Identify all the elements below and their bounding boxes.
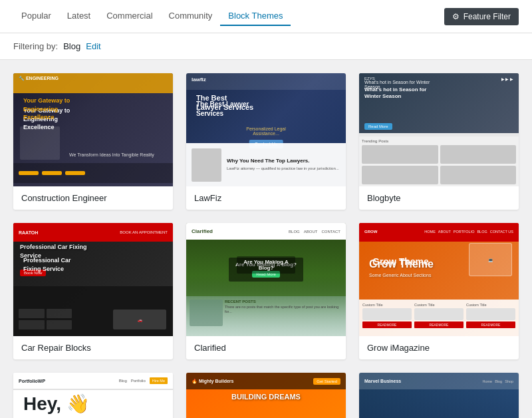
theme-card-mighty-builders[interactable]: 🔥 Mighty Builders Get Started BUILDING D… [186, 373, 346, 418]
tab-popular[interactable]: Popular [13, 7, 59, 26]
theme-card-clarified[interactable]: Clarified BLOG ABOUT CONTACT Are You Mak… [186, 223, 346, 359]
theme-card-blogbyte[interactable]: EZYS ▶ ▶ ▶ What's hot in Season for Wint… [359, 73, 519, 210]
theme-card-construction-engineer[interactable]: 🔧 ENGINEERING Your Gateway to Engineerin… [13, 73, 173, 210]
theme-name-blogbyte: Blogbyte [359, 186, 519, 210]
nav-tabs: Popular Latest Commercial Community Bloc… [13, 7, 291, 26]
thumb-clarified: Clarified BLOG ABOUT CONTACT Are You Mak… [186, 223, 346, 336]
theme-thumbnail-grow: GROW HOME ABOUT PORTFOLIO BLOG CONTACT U… [359, 223, 519, 336]
theme-thumbnail-blogbyte: EZYS ▶ ▶ ▶ What's hot in Season for Wint… [359, 73, 519, 186]
theme-name-grow: Grow iMagazine [359, 336, 519, 359]
page-wrapper: Popular Latest Commercial Community Bloc… [0, 0, 532, 418]
thumb-construction: 🔧 ENGINEERING Your Gateway to Engineerin… [13, 73, 173, 186]
thumb-portfolio: PortfolioWP Blog Portfolio Hire Me Hey, … [13, 373, 173, 418]
thumb-mighty: 🔥 Mighty Builders Get Started BUILDING D… [186, 373, 346, 418]
tab-block-themes[interactable]: Block Themes [220, 7, 291, 26]
theme-thumbnail-carrepair: RAATOH BOOK AN APPOINTMENT Professional … [13, 223, 173, 336]
theme-thumbnail-mighty: 🔥 Mighty Builders Get Started BUILDING D… [186, 373, 346, 418]
thumb-grow: GROW HOME ABOUT PORTFOLIO BLOG CONTACT U… [359, 223, 519, 336]
tab-commercial[interactable]: Commercial [98, 7, 160, 26]
theme-card-grow-imagazine[interactable]: GROW HOME ABOUT PORTFOLIO BLOG CONTACT U… [359, 223, 519, 359]
themes-grid: 🔧 ENGINEERING Your Gateway to Engineerin… [0, 60, 532, 418]
filter-tag: Blog [63, 41, 80, 51]
theme-card-lawfiz[interactable]: lawfiz The BestLawyer Services Personali… [186, 73, 346, 210]
tab-community[interactable]: Community [161, 7, 221, 26]
theme-name-clarified: Clarified [186, 336, 346, 359]
gear-icon: ⚙ [452, 12, 460, 21]
thumb-lawfiz: lawfiz The BestLawyer Services Personali… [186, 73, 346, 186]
theme-thumbnail-lawfiz: lawfiz The BestLawyer Services Personali… [186, 73, 346, 186]
theme-name-lawfiz: LawFiz [186, 186, 346, 210]
theme-name-car-repair: Car Repair Blocks [13, 336, 173, 359]
thumb-carrepair: RAATOH BOOK AN APPOINTMENT Professional … [13, 223, 173, 336]
theme-thumbnail-clarified: Clarified BLOG ABOUT CONTACT Are You Mak… [186, 223, 346, 336]
theme-card-car-repair-blocks[interactable]: RAATOH BOOK AN APPOINTMENT Professional … [13, 223, 173, 359]
theme-card-marvel-business[interactable]: Marvel Business Home Blog Shop [359, 373, 519, 418]
feature-filter-button[interactable]: ⚙ Feature Filter [444, 8, 519, 25]
top-nav: Popular Latest Commercial Community Bloc… [0, 0, 532, 33]
theme-thumbnail-construction: 🔧 ENGINEERING Your Gateway to Engineerin… [13, 73, 173, 186]
filtering-by-label: Filtering by: [13, 41, 58, 51]
feature-filter-label: Feature Filter [464, 12, 511, 21]
theme-name-construction: Construction Engineer [13, 186, 173, 210]
thumb-marvel: Marvel Business Home Blog Shop [359, 373, 519, 418]
theme-thumbnail-portfolio: PortfolioWP Blog Portfolio Hire Me Hey, … [13, 373, 173, 418]
tab-latest[interactable]: Latest [59, 7, 98, 26]
filter-edit-link[interactable]: Edit [86, 41, 100, 51]
thumb-blogbyte: EZYS ▶ ▶ ▶ What's hot in Season for Wint… [359, 73, 519, 186]
theme-thumbnail-marvel: Marvel Business Home Blog Shop [359, 373, 519, 418]
filter-bar: Filtering by: Blog Edit [0, 33, 532, 60]
theme-card-portfoliowp[interactable]: PortfolioWP Blog Portfolio Hire Me Hey, … [13, 373, 173, 418]
